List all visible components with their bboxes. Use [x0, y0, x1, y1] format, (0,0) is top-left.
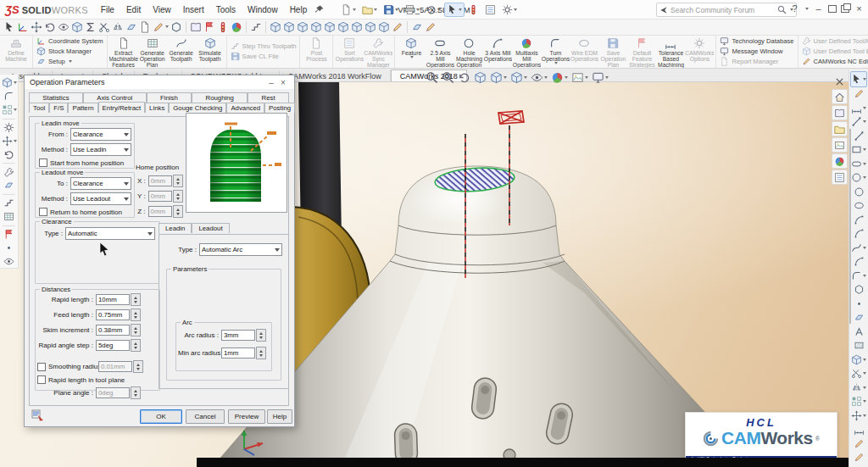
- 3d-sketch-icon[interactable]: [851, 353, 866, 367]
- rapid-length-field[interactable]: 10mm: [96, 294, 130, 305]
- insert-block-icon[interactable]: [170, 21, 183, 33]
- ribbon-coordinate-system[interactable]: Coordinate System: [35, 36, 105, 46]
- insert-component-caret-icon[interactable]: [14, 81, 17, 84]
- ribbon-user-defined-tool-block[interactable]: User Defined Tool Block: [800, 47, 868, 56]
- select-arrow-caret-icon[interactable]: [459, 8, 462, 11]
- dialog-tab-advanced[interactable]: Advanced: [226, 103, 264, 113]
- move-entities-caret-icon[interactable]: [863, 414, 866, 417]
- ribbon-save-operation-plan[interactable]: Save Operation Plan: [598, 36, 627, 68]
- edit-appearance-caret-icon[interactable]: [565, 76, 568, 79]
- 3d-sketch-caret-icon[interactable]: [863, 359, 866, 361]
- home-x-field[interactable]: 0mm: [148, 175, 172, 186]
- anchor-point-icon[interactable]: [249, 21, 263, 33]
- display-style-icon[interactable]: [510, 71, 527, 84]
- menu-window[interactable]: Window: [242, 3, 284, 16]
- search-box[interactable]: Search Community Forum: [656, 3, 797, 17]
- mate-icon[interactable]: [2, 90, 17, 103]
- mirror-entities-icon[interactable]: [111, 21, 125, 33]
- dialog-tab-finish[interactable]: Finish: [147, 92, 192, 103]
- perimeter-circle-icon[interactable]: [851, 185, 866, 199]
- ribbon-technology-database[interactable]: Technology Database: [718, 36, 795, 46]
- previous-view-icon[interactable]: [458, 71, 470, 84]
- bill-of-materials-icon[interactable]: [2, 210, 17, 224]
- zoom-to-fit-icon[interactable]: [426, 71, 438, 84]
- feed-length-field[interactable]: 0.75mm: [96, 309, 130, 320]
- nc-editor-pencil-icon[interactable]: [391, 21, 404, 33]
- linear-component-pattern-icon[interactable]: [2, 103, 17, 117]
- menu-view[interactable]: View: [147, 3, 177, 16]
- feed-length-spinner[interactable]: [131, 309, 141, 321]
- smoothing-radius-field[interactable]: 0.01mm: [98, 361, 132, 372]
- view-palette-icon[interactable]: [832, 137, 848, 153]
- view-orientation-icon[interactable]: [490, 71, 507, 84]
- tool-crib-8-icon[interactable]: [364, 21, 377, 33]
- update-speedpak-icon[interactable]: [2, 254, 17, 268]
- tab-leadin[interactable]: Leadin: [159, 223, 192, 233]
- ribbon-message-window[interactable]: Message Window: [718, 47, 795, 56]
- dialog-tab-gouge-checking[interactable]: Gouge Checking: [169, 103, 226, 113]
- help-button[interactable]: ?: [789, 2, 800, 15]
- trim-entities-caret-icon[interactable]: [863, 372, 866, 375]
- ribbon-feature[interactable]: Feature: [397, 36, 426, 68]
- reference-plane-icon[interactable]: [851, 311, 866, 325]
- stock-box-icon[interactable]: [70, 21, 84, 33]
- tool-crib-1-icon[interactable]: [269, 21, 282, 33]
- restore-button[interactable]: [841, 5, 849, 13]
- ellipse-icon[interactable]: [851, 199, 866, 214]
- check-toolpath-icon[interactable]: [203, 21, 216, 33]
- dialog-tab-statistics[interactable]: Statistics: [29, 92, 83, 103]
- dialog-tab-tool[interactable]: Tool: [29, 103, 49, 113]
- tool-crib-9-icon[interactable]: [377, 21, 391, 33]
- ribbon-step-thru-toolpath[interactable]: Step Thru Toolpath: [229, 42, 298, 51]
- smart-dimension-caret-icon[interactable]: [863, 107, 866, 109]
- edit-sketch-caret-icon[interactable]: [165, 25, 169, 28]
- dialog-tab-posting[interactable]: Posting: [264, 103, 295, 113]
- apply-scene-caret-icon[interactable]: [585, 76, 588, 79]
- hide-show-items-caret-icon[interactable]: [544, 76, 548, 79]
- ribbon-generate-toolpath[interactable]: Generate Toolpath: [167, 36, 196, 68]
- area-hatch-icon[interactable]: [851, 339, 866, 353]
- menu-file[interactable]: File: [95, 3, 120, 16]
- rapid-angle-step-field[interactable]: 5deg: [96, 340, 130, 351]
- ribbon-hole-machining-operation[interactable]: Hole Machining Operation: [454, 36, 483, 68]
- plane-angle-field[interactable]: 0deg: [96, 387, 130, 398]
- undo-caret-icon[interactable]: [437, 8, 441, 11]
- new-document-icon[interactable]: [338, 3, 359, 17]
- home-y-field[interactable]: 0mm: [148, 191, 172, 202]
- new-motion-study-icon[interactable]: [2, 197, 17, 210]
- ribbon-post-process[interactable]: Post Process: [302, 36, 331, 68]
- display-relations-icon[interactable]: [851, 423, 866, 437]
- tool-crib-4-icon[interactable]: [309, 21, 323, 33]
- ribbon-wire-edm-operations[interactable]: Wire EDM Operations: [570, 36, 598, 68]
- dialog-close-button[interactable]: ×: [277, 78, 289, 87]
- smart-fasteners-icon[interactable]: [2, 121, 17, 135]
- file-explorer-icon[interactable]: [832, 121, 848, 136]
- tool-crib-2-icon[interactable]: [282, 21, 296, 33]
- menu-insert[interactable]: Insert: [177, 3, 210, 16]
- text-icon[interactable]: [851, 325, 866, 339]
- ribbon-3-axis-mill-operations[interactable]: 3 Axis Mill Operations: [483, 36, 512, 68]
- min-arc-radius-field[interactable]: 1mm: [221, 347, 255, 359]
- dialog-tab-entry-retract[interactable]: Entry/Retract: [98, 102, 146, 113]
- linear-pattern-caret-icon[interactable]: [863, 400, 866, 403]
- trim-entities-icon[interactable]: [851, 367, 866, 381]
- conic-icon[interactable]: [851, 255, 866, 270]
- undo-icon[interactable]: [423, 3, 443, 17]
- apply-scene-icon[interactable]: [571, 71, 588, 84]
- close-pane-icon[interactable]: [832, 75, 847, 88]
- circle-caret-icon[interactable]: [863, 176, 866, 179]
- ribbon-stock-manager[interactable]: Stock Manager: [35, 47, 105, 56]
- preview-button[interactable]: Preview: [228, 409, 265, 424]
- dialog-tab-f-s[interactable]: F/S: [49, 103, 68, 113]
- plane-angle-spinner[interactable]: [131, 386, 141, 399]
- view-settings-icon[interactable]: [592, 71, 609, 84]
- reference-geometry-icon[interactable]: [2, 179, 17, 192]
- select-caret-icon[interactable]: [863, 78, 866, 81]
- sketch-fillet-icon[interactable]: [851, 269, 866, 283]
- line-icon[interactable]: [851, 115, 866, 130]
- ribbon-generate-operation-plan[interactable]: Generate Operation Plan: [138, 36, 167, 68]
- home-z-field[interactable]: 0mm: [148, 206, 172, 217]
- point-icon[interactable]: [851, 297, 866, 311]
- assembly-features-icon[interactable]: [2, 165, 17, 179]
- minimize-button[interactable]: –: [813, 2, 824, 15]
